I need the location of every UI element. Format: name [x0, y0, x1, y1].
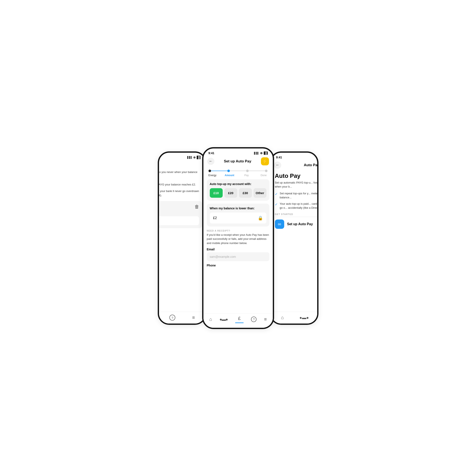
- help-icon: ?: [251, 317, 256, 322]
- step-amount-dot: [227, 170, 230, 172]
- wifi-icon: ⊜: [193, 156, 196, 159]
- home-icon: ⌂: [281, 315, 284, 320]
- step-label-energy: Energy: [207, 174, 218, 177]
- menu-icon: ≡: [264, 317, 267, 322]
- left-nav-menu[interactable]: ≡: [192, 315, 195, 320]
- check-item-1: ✓ Set repeat top-ups for y... meter when…: [275, 191, 319, 200]
- balance-card: When my balance is lower than: £2 🔒: [207, 204, 269, 226]
- help-icon: ?: [169, 315, 175, 321]
- right-description: Set up automatic PAYG top-u... forget to…: [271, 181, 319, 191]
- lightning-icon: ⚡: [262, 159, 268, 164]
- right-main-title: Auto Pay: [271, 170, 319, 181]
- center-status-bar: 9:41 ▌▌▌ ⊜ ▐: [204, 149, 273, 156]
- left-bottom-nav: £ ? ≡: [158, 312, 205, 325]
- center-nav-bar: ← Set up Auto Pay ⚡: [204, 156, 273, 167]
- phone-left: ▌▌▌ ⊜ ▐ Auto Pay c PAYG top-ups so you n…: [158, 152, 206, 325]
- balance-value: £2: [213, 216, 217, 220]
- left-body-text-1: c PAYG top-ups so you never when your ba…: [158, 169, 205, 180]
- balance-card-title: When my balance is lower than:: [210, 207, 266, 210]
- scene: ▌▌▌ ⊜ ▐ Auto Pay c PAYG top-ups so you n…: [126, 126, 350, 350]
- check-icon-2: ✓: [275, 202, 278, 207]
- credit-limit-label: Credit limit: [158, 211, 199, 215]
- trash-icon[interactable]: 🗑: [195, 204, 199, 210]
- credit-limit-card: 🗑 Credit limit £2.00: [158, 201, 202, 228]
- get-started-divider: [275, 217, 319, 217]
- center-back-button[interactable]: ←: [207, 158, 214, 165]
- credit-limit-value: £2.00: [158, 216, 199, 225]
- amount-btn-10[interactable]: £10: [210, 188, 223, 198]
- right-nav-title: Auto Pay: [283, 163, 319, 167]
- check-text-2: Your auto top-up is paid... card, so you…: [280, 202, 319, 210]
- center-status-icons: ▌▌▌ ⊜ ▐: [254, 152, 268, 155]
- wifi-icon: ⊜: [260, 152, 263, 155]
- phone-label: Phone: [204, 264, 273, 267]
- right-status-bar: 9:41 ▌▌▌ ⊜ ▐: [271, 153, 319, 160]
- step-line-1: [211, 171, 227, 171]
- pay-icon: £: [238, 316, 241, 321]
- setup-btn-label: Set up Auto Pay: [287, 222, 313, 226]
- phone-center: 9:41 ▌▌▌ ⊜ ▐ ← Set up Auto Pay ⚡: [202, 147, 274, 329]
- center-nav-connections[interactable]: ●▬●: [220, 317, 228, 322]
- step-labels: Energy Amount Pay Done: [204, 173, 273, 179]
- menu-icon: ≡: [192, 315, 195, 320]
- amount-options: £10 £20 £30 Other: [210, 188, 266, 198]
- balance-row: £2 🔒: [210, 213, 266, 223]
- center-stepper: [204, 167, 273, 173]
- signal-icon: ▌▌▌: [254, 152, 259, 154]
- step-pay-dot: [246, 170, 249, 172]
- center-nav-help[interactable]: ?: [251, 317, 256, 322]
- battery-icon: ▐: [197, 156, 200, 159]
- receipt-label: NEED A RECEIPT?: [207, 229, 269, 232]
- left-status-icons: ▌▌▌ ⊜ ▐: [187, 156, 201, 159]
- phone-right: 9:41 ▌▌▌ ⊜ ▐ ← Auto Pay Auto Pay Set up …: [270, 152, 319, 325]
- left-header: Auto Pay: [158, 160, 205, 169]
- connections-icon: ●▬●: [299, 315, 309, 320]
- check-item-2: ✓ Your auto top-up is paid... card, so y…: [275, 202, 319, 210]
- center-nav-icon[interactable]: ⚡: [261, 157, 269, 165]
- infinity-icon: ∞: [275, 220, 284, 229]
- signal-icon: ▌▌▌: [187, 156, 192, 159]
- step-energy-dot: [208, 170, 211, 172]
- center-nav-menu[interactable]: ≡: [264, 317, 267, 322]
- right-nav-bar: ← Auto Pay: [271, 160, 319, 170]
- receipt-section: NEED A RECEIPT? If you'd like a receipt …: [204, 229, 273, 245]
- receipt-desc: If you'd like a receipt when your Auto P…: [207, 233, 269, 245]
- left-body-text-3: op-up is paid with your bank ll never go…: [158, 188, 205, 199]
- setup-auto-pay-btn[interactable]: ∞ Set up Auto Pay: [271, 220, 319, 229]
- step-line-3: [249, 171, 265, 171]
- step-line-2: [230, 171, 246, 171]
- get-started-label: GET STARTED: [271, 213, 319, 217]
- right-nav-home[interactable]: ⌂: [281, 315, 284, 320]
- lock-icon: 🔒: [258, 216, 263, 221]
- step-done-dot: [265, 170, 268, 172]
- step-label-amount: Amount: [224, 174, 235, 177]
- center-nav-title: Set up Auto Pay: [214, 159, 261, 163]
- amount-card-title: Auto top-up my account with:: [210, 182, 266, 186]
- connections-icon: ●▬●: [220, 317, 228, 322]
- email-input-display[interactable]: sam@example.com: [207, 252, 269, 261]
- left-status-bar: ▌▌▌ ⊜ ▐: [158, 153, 205, 160]
- right-back-button[interactable]: ←: [274, 162, 281, 169]
- step-label-done: Done: [258, 174, 269, 177]
- check-icon-1: ✓: [275, 192, 278, 197]
- center-nav-home[interactable]: ⌂: [209, 317, 212, 322]
- check-text-1: Set repeat top-ups for y... meter when y…: [280, 191, 319, 200]
- email-label: Email: [204, 248, 273, 251]
- right-bottom-nav: ⌂ ●▬● £: [271, 312, 319, 325]
- amount-btn-30[interactable]: £30: [239, 188, 252, 198]
- right-nav-connections[interactable]: ●▬●: [299, 315, 309, 320]
- center-time: 9:41: [208, 152, 214, 155]
- center-nav-pay[interactable]: £: [235, 316, 244, 323]
- center-bottom-nav: ⌂ ●▬● £ ? ≡: [204, 313, 273, 328]
- check-list: ✓ Set repeat top-ups for y... meter when…: [271, 191, 319, 210]
- step-label-pay: Pay: [241, 174, 252, 177]
- amount-card: Auto top-up my account with: £10 £20 £30…: [207, 179, 269, 201]
- battery-icon: ▐: [264, 152, 268, 155]
- left-nav-help[interactable]: ?: [169, 315, 175, 321]
- amount-btn-20[interactable]: £20: [224, 188, 237, 198]
- amount-btn-other[interactable]: Other: [254, 188, 266, 198]
- home-icon: ⌂: [209, 317, 212, 322]
- left-body-text-2: op-ups for your PAYG your balance reache…: [158, 181, 205, 188]
- right-time: 9:41: [276, 156, 282, 159]
